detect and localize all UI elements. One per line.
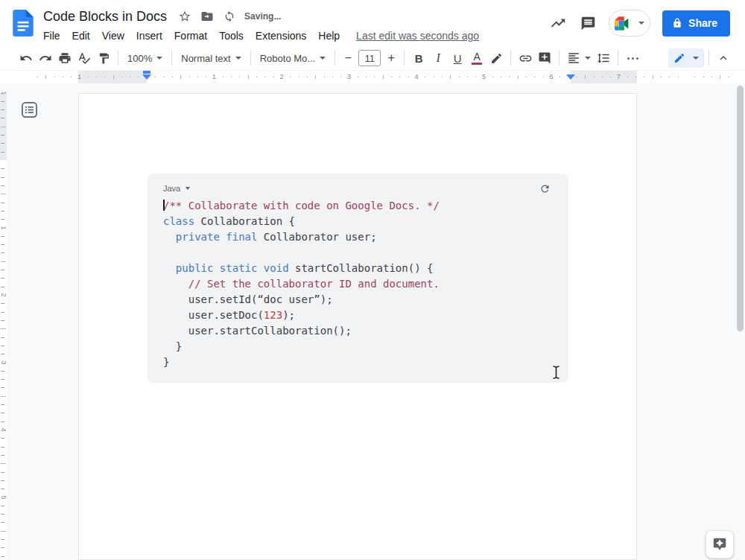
text-color-swatch (472, 63, 482, 65)
chevron-down-icon (638, 22, 644, 25)
move-folder-icon[interactable] (200, 9, 215, 24)
menu-edit[interactable]: Edit (66, 28, 96, 44)
highlight-color-button[interactable] (486, 48, 506, 68)
app-header: Code Blocks in Docs Saving... FileEditVi… (0, 0, 745, 46)
vertical-scrollbar[interactable] (737, 86, 744, 331)
horizontal-ruler[interactable]: 11234567 (0, 71, 745, 83)
menu-help[interactable]: Help (312, 28, 346, 44)
last-edit-link[interactable]: Last edit was seconds ago (356, 30, 479, 42)
ruler-number: 2 (0, 292, 7, 299)
redo-button[interactable] (36, 48, 55, 68)
vertical-ruler: 112345 (0, 93, 7, 560)
toolbar-separator (171, 51, 172, 66)
font-size-input[interactable]: 11 (358, 50, 381, 66)
document-page[interactable]: Java /** Collaborate with code on Google… (78, 93, 637, 560)
code-line[interactable] (163, 245, 552, 261)
code-language-select[interactable]: Java (163, 184, 190, 193)
ruler-number: 1 (212, 73, 216, 80)
toolbar-separator (618, 51, 618, 66)
ruler-number: 1 (0, 224, 7, 231)
menu-tools[interactable]: Tools (213, 28, 250, 44)
toolbar-separator (118, 51, 118, 66)
toolbar: 100% Normal text Roboto Mo... − 11 + B I… (0, 46, 745, 71)
share-label: Share (688, 17, 717, 29)
share-button[interactable]: Share (662, 10, 730, 36)
comments-icon[interactable] (579, 14, 597, 32)
document-outline-button[interactable] (19, 100, 39, 119)
text-cursor-pointer (551, 365, 561, 380)
star-icon[interactable] (177, 9, 192, 24)
title-area: Code Blocks in Docs Saving... FileEditVi… (43, 0, 479, 45)
code-line[interactable]: public static void startCollaboration() … (163, 261, 552, 276)
print-button[interactable] (55, 48, 74, 68)
bold-button[interactable]: B (409, 48, 428, 68)
code-language-value: Java (163, 184, 180, 193)
chevron-down-icon (186, 187, 190, 190)
menu-bar: FileEditViewInsertFormatToolsExtensionsH… (37, 26, 479, 45)
meet-button[interactable] (609, 10, 650, 36)
underline-button[interactable]: U (448, 48, 467, 68)
add-comment-button[interactable] (535, 48, 554, 68)
zoom-select[interactable]: 100% (123, 48, 167, 68)
toolbar-separator (335, 51, 335, 66)
activity-dashboard-icon[interactable] (549, 14, 567, 32)
toolbar-separator (510, 51, 511, 66)
code-line[interactable]: } (163, 339, 552, 354)
more-dots-icon (627, 57, 638, 60)
menu-file[interactable]: File (37, 28, 66, 44)
code-line[interactable]: user.startCollaboration(); (163, 323, 552, 339)
docs-logo-icon[interactable] (13, 10, 34, 36)
ruler-number: 4 (415, 73, 419, 80)
code-line[interactable]: user.setDoc(123); (163, 308, 552, 323)
right-indent-marker[interactable] (566, 74, 575, 80)
document-canvas: 112345 Java /** Collaborate with code on… (0, 83, 745, 560)
chevron-down-icon (156, 57, 162, 60)
code-editor[interactable]: /** Collaborate with code on Google Docs… (163, 198, 552, 370)
left-indent-marker[interactable] (142, 74, 151, 80)
italic-button[interactable]: I (428, 48, 448, 68)
hide-menus-button[interactable] (714, 48, 733, 68)
increase-font-size-button[interactable]: + (383, 48, 399, 68)
ruler-number: 5 (0, 494, 7, 500)
code-line[interactable]: private final Collaborator user; (163, 229, 552, 245)
text-color-button[interactable]: A (467, 48, 486, 68)
code-line[interactable]: user.setId(“doc user”); (163, 292, 552, 308)
font-value: Roboto Mo... (260, 53, 315, 64)
code-block[interactable]: Java /** Collaborate with code on Google… (148, 174, 568, 383)
menu-format[interactable]: Format (168, 28, 213, 44)
ruler-number: 7 (617, 73, 621, 80)
menu-view[interactable]: View (96, 28, 130, 44)
code-line[interactable]: // Set the collaborator ID and document. (163, 276, 552, 292)
first-line-indent-marker[interactable] (143, 71, 150, 74)
align-button[interactable] (564, 48, 594, 68)
code-line[interactable]: } (163, 354, 552, 370)
ruler-number: 2 (280, 73, 284, 80)
header-actions: Share (549, 0, 745, 36)
menu-extensions[interactable]: Extensions (250, 28, 312, 44)
refresh-code-icon[interactable] (539, 183, 551, 194)
ruler-number: 1 (77, 73, 81, 80)
toolbar-separator (708, 51, 709, 66)
sync-saving-icon (222, 9, 237, 24)
ruler-number: 1 (0, 89, 7, 96)
insert-link-button[interactable] (516, 48, 535, 68)
zoom-value: 100% (127, 53, 152, 64)
explore-button[interactable] (706, 530, 734, 559)
chevron-down-icon (693, 57, 699, 60)
spell-check-button[interactable] (74, 48, 94, 68)
decrease-font-size-button[interactable]: − (340, 48, 356, 68)
more-options-button[interactable] (623, 48, 642, 68)
meet-icon (615, 16, 631, 31)
toolbar-separator (404, 51, 405, 66)
paragraph-style-select[interactable]: Normal text (177, 48, 245, 68)
undo-button[interactable] (16, 48, 36, 68)
font-family-select[interactable]: Roboto Mo... (256, 48, 330, 68)
code-line[interactable]: /** Collaborate with code on Google Docs… (163, 198, 552, 214)
document-title[interactable]: Code Blocks in Docs (43, 9, 167, 25)
menu-insert[interactable]: Insert (130, 28, 168, 44)
editing-mode-button[interactable] (668, 48, 704, 68)
ruler-number: 3 (347, 73, 351, 80)
paint-format-button[interactable] (94, 48, 113, 68)
line-spacing-button[interactable] (594, 48, 613, 68)
code-line[interactable]: class Collaboration { (163, 214, 552, 229)
